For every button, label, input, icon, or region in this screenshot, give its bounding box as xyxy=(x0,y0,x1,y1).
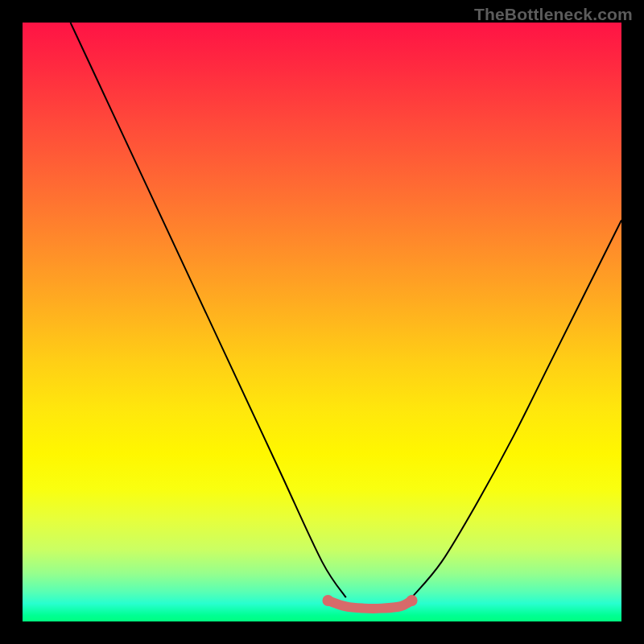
plot-area xyxy=(23,23,621,621)
optimal-zone-band xyxy=(328,601,411,609)
right-bottleneck-curve xyxy=(412,221,621,598)
chart-frame: TheBottleneck.com xyxy=(0,0,644,644)
curve-layer xyxy=(23,23,621,621)
optimal-zone-endpoint xyxy=(407,595,418,606)
watermark-text: TheBottleneck.com xyxy=(474,5,633,24)
optimal-zone-endpoint xyxy=(322,595,333,606)
left-bottleneck-curve xyxy=(71,23,346,597)
